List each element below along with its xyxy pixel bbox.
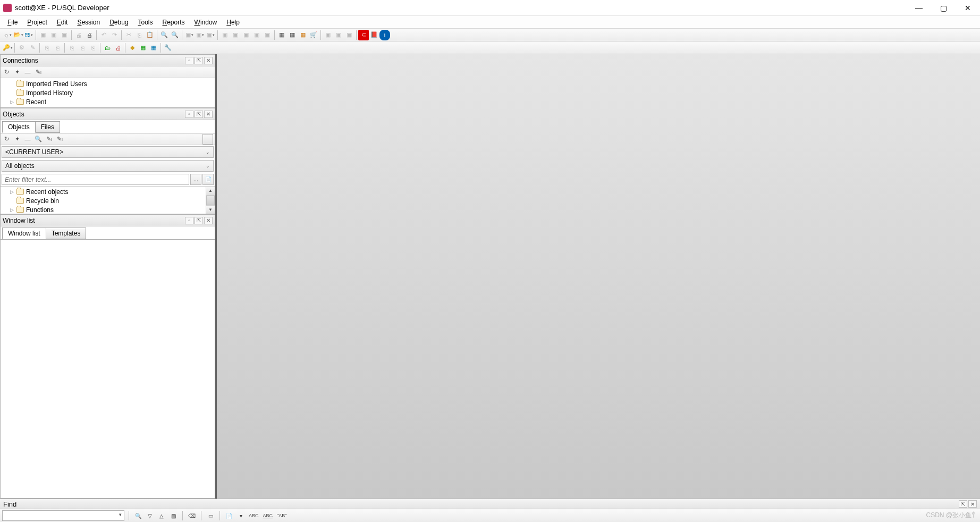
save-icon[interactable]: 🖫 (23, 30, 34, 40)
tab-objects[interactable]: Objects (2, 121, 36, 133)
menu-session[interactable]: Session (73, 18, 104, 27)
menu-help[interactable]: Help (222, 18, 244, 27)
expand-icon[interactable]: ▷ (9, 207, 14, 213)
pdf-icon[interactable]: 📕 (369, 30, 379, 40)
filter-apply-button[interactable]: 📄 (202, 174, 214, 185)
close-button[interactable]: ✕ (956, 0, 980, 15)
find-combo[interactable] (2, 510, 124, 521)
tb-btn[interactable]: ▣ (333, 30, 344, 40)
tb-btn[interactable]: ▣ (230, 30, 241, 40)
mdi-area[interactable] (217, 54, 980, 499)
tb-btn[interactable]: ⎘ (66, 43, 77, 53)
page-icon[interactable]: 📄 (224, 511, 234, 520)
tb-btn[interactable]: ▣ (38, 30, 48, 40)
tab-files[interactable]: Files (35, 121, 60, 133)
tb-btn[interactable]: ◆ (127, 43, 138, 53)
wrench-icon[interactable]: 🔧 (163, 43, 173, 53)
panel-close-icon[interactable]: ✕ (204, 111, 213, 118)
menu-project[interactable]: Project (23, 18, 51, 27)
tab-templates[interactable]: Templates (46, 228, 87, 239)
replace-icon[interactable]: 🔍 (170, 30, 180, 40)
menu-tools[interactable]: Tools (134, 18, 157, 27)
panel-restore-icon[interactable]: ▫ (185, 57, 193, 64)
tab-window-list[interactable]: Window list (2, 228, 46, 239)
tb-btn[interactable]: ⎘ (88, 43, 98, 53)
find-prev-icon[interactable]: △ (157, 511, 166, 520)
tb-btn[interactable]: ▦ (287, 30, 298, 40)
tb-btn[interactable]: ▦ (138, 43, 148, 53)
tb-btn[interactable]: ▣ (219, 30, 230, 40)
find-panel-header[interactable]: Find ⇱ ✕ (0, 499, 980, 509)
menu-debug[interactable]: Debug (105, 18, 132, 27)
ab-quote-icon[interactable]: "AB" (276, 511, 288, 520)
panel-close-icon[interactable]: ✕ (204, 57, 213, 64)
find-icon[interactable]: 🔍 (159, 30, 170, 40)
connections-header[interactable]: Connections ▫ ⇱ ✕ (1, 55, 215, 66)
tb-btn[interactable]: ▣ (344, 30, 354, 40)
undo-icon[interactable]: ↶ (98, 30, 109, 40)
oracle-icon[interactable]: ⊂ (358, 30, 369, 40)
key-icon[interactable]: 🔑 (2, 43, 13, 53)
tb-btn[interactable]: ✎ (27, 43, 38, 53)
objects-header[interactable]: Objects ▫ ⇱ ✕ (1, 108, 215, 120)
erase-icon[interactable]: ⌫ (187, 511, 197, 520)
print-setup-icon[interactable]: 🖨 (84, 30, 95, 40)
tb-btn[interactable]: ⎘ (52, 43, 63, 53)
panel-pin-icon[interactable]: ⇱ (195, 111, 203, 118)
connections-tree[interactable]: Imported Fixed Users Imported History ▷R… (1, 78, 215, 107)
refresh-icon[interactable]: ↻ (2, 68, 11, 77)
new-icon[interactable]: ☼ (2, 30, 13, 40)
refresh-icon[interactable]: ↻ (2, 135, 11, 144)
tree-item[interactable]: Recycle bin (2, 196, 205, 205)
minimize-button[interactable]: — (907, 0, 931, 15)
tb-btn[interactable]: ▦ (148, 43, 159, 53)
menu-edit[interactable]: Edit (53, 18, 72, 27)
window-list-header[interactable]: Window list ▫ ⇱ ✕ (1, 215, 215, 226)
abc-icon[interactable]: ABC (248, 511, 260, 520)
tb-btn[interactable]: ▣ (184, 30, 195, 40)
binoculars-icon[interactable]: 🔍 (34, 135, 43, 144)
tree-item[interactable]: ▷Recent (2, 97, 214, 106)
tb-btn[interactable]: ▣ (195, 30, 205, 40)
cut-icon[interactable]: ✂ (123, 30, 134, 40)
panel-restore-icon[interactable]: ▫ (185, 217, 193, 224)
binoculars-icon[interactable]: 🔍 (133, 511, 143, 520)
scroll-thumb[interactable] (206, 196, 215, 205)
panel-restore-icon[interactable]: ▫ (185, 111, 193, 118)
abc-strike-icon[interactable]: ABC (262, 511, 274, 520)
execute-icon[interactable]: ⚙ (16, 43, 27, 53)
tb-btn[interactable]: ▦ (298, 30, 308, 40)
menu-window[interactable]: Window (190, 18, 222, 27)
find-all-icon[interactable]: ▩ (168, 511, 178, 520)
tb-btn[interactable]: ▣ (323, 30, 333, 40)
scrollbar[interactable]: ▲ ▼ (206, 187, 215, 214)
objects-tree[interactable]: ▷Recent objects Recycle bin ▷Functions (1, 187, 206, 214)
tb-btn[interactable]: ▣ (48, 30, 59, 40)
tb-btn[interactable]: 🖨 (113, 43, 123, 53)
paste-icon[interactable]: 📋 (145, 30, 155, 40)
add-icon[interactable]: ✦ (13, 135, 21, 144)
tb-btn[interactable]: ▦ (276, 30, 287, 40)
panel-close-icon[interactable]: ✕ (968, 500, 977, 508)
tb-btn[interactable]: ▣ (251, 30, 262, 40)
open-icon[interactable]: 📂 (13, 30, 23, 40)
tb-btn[interactable]: ✎ᵢ (55, 135, 64, 144)
tb-btn[interactable]: ▣ (262, 30, 273, 40)
window-list-content[interactable] (1, 240, 215, 498)
tree-item[interactable]: Imported History (2, 88, 214, 97)
tb-btn[interactable]: ▣ (59, 30, 70, 40)
remove-icon[interactable]: — (23, 68, 32, 77)
folder-icon[interactable]: ✎ᵢ (34, 68, 43, 77)
page-down-icon[interactable]: ▾ (236, 511, 246, 520)
redo-icon[interactable]: ↷ (109, 30, 120, 40)
remove-icon[interactable]: — (23, 135, 32, 144)
panel-close-icon[interactable]: ✕ (204, 217, 213, 224)
panel-pin-icon[interactable]: ⇱ (195, 217, 203, 224)
tb-btn[interactable]: ▣ (205, 30, 216, 40)
options-button[interactable] (202, 134, 213, 145)
user-combo[interactable]: <CURRENT USER>⌄ (2, 146, 214, 158)
filter-more-button[interactable]: … (190, 174, 201, 185)
expand-icon[interactable]: ▷ (9, 189, 14, 195)
maximize-button[interactable]: ▢ (931, 0, 956, 15)
tb-btn[interactable]: 🛒 (308, 30, 319, 40)
